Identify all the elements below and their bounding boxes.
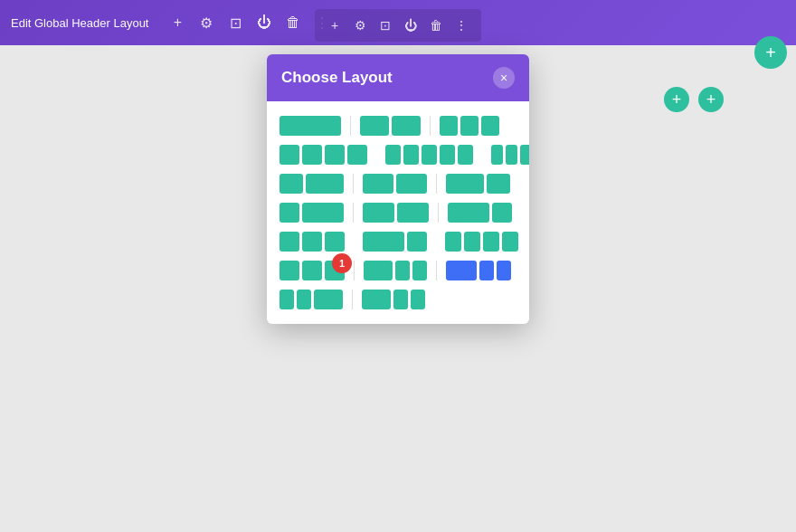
lblock: [397, 203, 429, 223]
top-bar-title: Edit Global Header Layout: [11, 16, 148, 30]
layout-row-3: [280, 174, 516, 194]
lblock: [347, 145, 367, 165]
lblock: [491, 145, 503, 165]
layout-numbered[interactable]: 1: [280, 261, 345, 280]
layout-mid-wide[interactable]: [363, 203, 429, 223]
badge-number: 1: [332, 253, 352, 273]
lblock: [422, 145, 437, 165]
center-add-icon[interactable]: +: [324, 14, 346, 36]
layout-row-6: 1: [280, 261, 516, 280]
layout-three-v2[interactable]: [363, 232, 427, 252]
sep: [350, 116, 351, 136]
lblock: [446, 261, 477, 280]
trash-icon[interactable]: 🗑: [282, 12, 304, 33]
layout-single[interactable]: [280, 116, 341, 136]
layout-three-v1[interactable]: [280, 232, 345, 252]
lblock: [412, 261, 427, 280]
sep: [436, 174, 437, 194]
lblock: [481, 116, 499, 136]
layout-big-third[interactable]: [446, 174, 510, 194]
lblock: [479, 261, 494, 280]
layout-three[interactable]: [440, 116, 499, 136]
lblock: [492, 203, 512, 223]
layout-row-5: [280, 232, 516, 252]
lblock: [363, 203, 394, 223]
modal-close-button[interactable]: ×: [493, 67, 515, 89]
choose-layout-modal: Choose Layout ×: [267, 54, 529, 324]
layout-blue-wide[interactable]: [446, 261, 511, 280]
layout-third-big[interactable]: [280, 174, 344, 194]
lblock: [363, 232, 404, 252]
modal-header: Choose Layout ×: [267, 54, 529, 101]
layout-six[interactable]: [491, 145, 529, 165]
layout-row-2: [280, 145, 516, 165]
layout-two[interactable]: [360, 116, 421, 136]
lblock: [360, 116, 389, 136]
sep: [354, 261, 355, 280]
lblock: [446, 174, 484, 194]
lblock: [314, 290, 343, 309]
sep: [438, 203, 439, 223]
layout-three-v3[interactable]: [445, 232, 518, 252]
center-trash-icon[interactable]: 🗑: [425, 14, 447, 36]
layout-five[interactable]: [385, 145, 473, 165]
layout-bot2[interactable]: [362, 290, 425, 309]
lblock: [483, 232, 499, 252]
lblock: [506, 145, 517, 165]
lblock: [411, 290, 425, 309]
lblock: [464, 232, 480, 252]
sep: [352, 290, 353, 309]
lblock: [487, 174, 510, 194]
lblock: [280, 174, 303, 194]
center-power-icon[interactable]: ⏻: [400, 14, 422, 36]
lblock: [325, 232, 345, 252]
layout-row-4: [280, 203, 516, 223]
center-layout-icon[interactable]: ⊡: [374, 14, 396, 36]
layout-wide-split[interactable]: [364, 261, 427, 280]
top-bar: Edit Global Header Layout + ⚙ ⊡ ⏻ 🗑 ⋮ + …: [0, 0, 796, 45]
lblock: [403, 145, 419, 165]
lblock: [362, 290, 391, 309]
power-icon[interactable]: ⏻: [253, 12, 275, 33]
lblock: [445, 232, 461, 252]
lblock: [302, 232, 322, 252]
gear-icon[interactable]: ⚙: [195, 12, 217, 33]
layout-bot1[interactable]: [280, 290, 343, 309]
add-icon[interactable]: +: [166, 12, 188, 33]
layout-four[interactable]: [280, 145, 367, 165]
lblock: [280, 116, 341, 136]
lblock: [440, 116, 458, 136]
lblock: [440, 145, 455, 165]
lblock: [280, 203, 299, 223]
sep: [430, 116, 431, 136]
sep: [436, 261, 437, 280]
lblock: [458, 145, 473, 165]
lblock: [396, 174, 427, 194]
center-more-icon[interactable]: ⋮: [450, 14, 472, 36]
layout-icon[interactable]: ⊡: [224, 12, 246, 33]
layout-row-7: [280, 290, 516, 309]
sep: [353, 203, 354, 223]
lblock: [297, 290, 311, 309]
lblock: [385, 145, 401, 165]
layout-half-half[interactable]: [363, 174, 427, 194]
layout-sm-big[interactable]: [280, 203, 344, 223]
lblock: [280, 261, 299, 280]
lblock: [520, 145, 529, 165]
lblock: [393, 290, 408, 309]
lblock: [280, 290, 294, 309]
layout-big-sm[interactable]: [448, 203, 512, 223]
modal-overlay: Choose Layout ×: [0, 45, 796, 532]
lblock: [302, 261, 322, 280]
main-area: + + Choose Layout ×: [0, 45, 796, 532]
lblock: [363, 174, 393, 194]
modal-title: Choose Layout: [281, 69, 393, 87]
lblock: [364, 261, 393, 280]
lblock: [325, 145, 345, 165]
lblock: [497, 261, 511, 280]
lblock: [460, 116, 479, 136]
lblock: [280, 232, 299, 252]
lblock: [407, 232, 427, 252]
sep: [353, 174, 354, 194]
center-gear-icon[interactable]: ⚙: [349, 14, 371, 36]
